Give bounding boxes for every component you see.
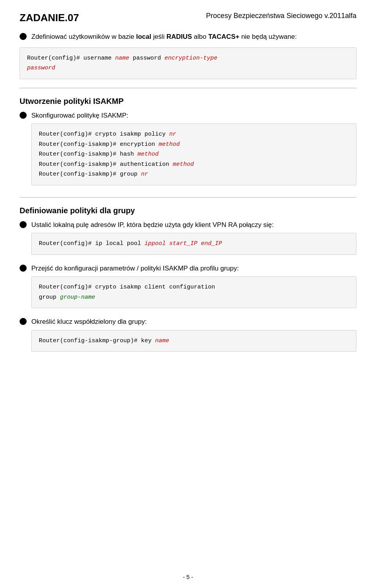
header: ZADANIE.07 Procesy Bezpieczeństwa Siecio… xyxy=(20,12,356,24)
section1-bullet1: Skonfigurować politykę ISAKMP: Router(co… xyxy=(20,111,356,189)
section2-bullet3-text: Określić klucz współdzielony dla grupy: … xyxy=(31,317,356,355)
section2-bullet3: Określić klucz współdzielony dla grupy: … xyxy=(20,317,356,355)
footer-text: - 5 - xyxy=(183,573,193,580)
intro-code-block: Router(config)# username name password e… xyxy=(20,47,356,79)
intro-code-line1: Router(config)# username name password e… xyxy=(27,53,349,64)
section2-heading: Definiowanie polityki dla grupy xyxy=(20,206,356,215)
section2-bullet1: Ustalić lokalną pulę adresów IP, która b… xyxy=(20,220,356,258)
section1-code-block: Router(config)# crypto isakmp policy nr … xyxy=(31,123,356,185)
section2-code2-line2: group group-name xyxy=(39,292,349,303)
section2-code2-line1: Router(config)# crypto isakmp client con… xyxy=(39,282,349,292)
footer: - 5 - xyxy=(0,573,376,580)
section1-code-line4: Router(config-isakmp)# authentication me… xyxy=(39,160,349,170)
page-subtitle: Procesy Bezpieczeństwa Sieciowego v.2011… xyxy=(206,12,356,20)
bullet-icon xyxy=(20,318,27,325)
divider-2 xyxy=(20,197,356,198)
section2-code2-block: Router(config)# crypto isakmp client con… xyxy=(31,276,356,308)
bullet-icon xyxy=(20,265,27,272)
section2-code1-block: Router(config)# ip local pool ippool sta… xyxy=(31,233,356,255)
section2-bullet2-text: Przejść do konfiguracji parametrów / pol… xyxy=(31,263,356,312)
section2-bullet2: Przejść do konfiguracji parametrów / pol… xyxy=(20,263,356,312)
section1-code-line3: Router(config-isakmp)# hash method xyxy=(39,149,349,160)
section2-code1-line1: Router(config)# ip local pool ippool sta… xyxy=(39,239,349,249)
section1-heading: Utworzenie polityki ISAKMP xyxy=(20,97,356,106)
section1-code-line5: Router(config-isakmp)# group nr xyxy=(39,169,349,180)
page-title: ZADANIE.07 xyxy=(20,12,79,24)
divider-1 xyxy=(20,88,356,88)
intro-code-line2: password xyxy=(27,63,349,73)
section2-code3-line1: Router(config-isakmp-group)# key name xyxy=(39,336,349,346)
section2-code3-block: Router(config-isakmp-group)# key name xyxy=(31,330,356,352)
section1-code-line1: Router(config)# crypto isakmp policy nr xyxy=(39,129,349,140)
bullet-icon xyxy=(20,221,27,228)
bullet-icon xyxy=(20,112,27,119)
intro-bullet: Zdefiniować użytkowników w bazie local j… xyxy=(20,32,356,42)
section1-code-line2: Router(config-isakmp)# encryption method xyxy=(39,140,349,150)
page: ZADANIE.07 Procesy Bezpieczeństwa Siecio… xyxy=(0,0,376,588)
section2-bullet1-text: Ustalić lokalną pulę adresów IP, która b… xyxy=(31,220,356,258)
section1-bullet1-text: Skonfigurować politykę ISAKMP: Router(co… xyxy=(31,111,356,189)
bullet-icon xyxy=(20,33,27,40)
intro-bullet-text: Zdefiniować użytkowników w bazie local j… xyxy=(31,32,356,42)
